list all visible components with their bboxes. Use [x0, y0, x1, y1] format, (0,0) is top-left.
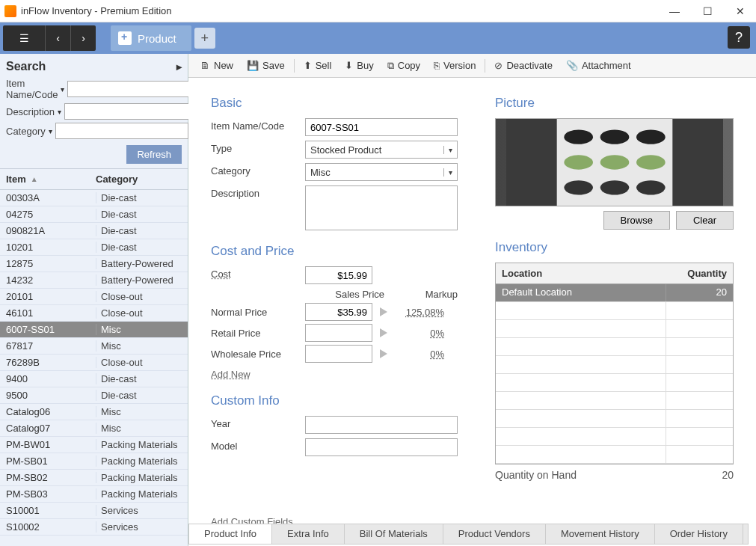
deactivate-button[interactable]: ⊘Deactivate: [488, 57, 558, 74]
chevron-down-icon[interactable]: ▾: [61, 85, 64, 93]
table-row[interactable]: [496, 320, 733, 338]
basic-name-label: Item Name/Code: [211, 118, 305, 132]
bottom-tab[interactable]: Movement History: [546, 524, 655, 544]
table-row[interactable]: [496, 446, 733, 464]
list-item[interactable]: 76289BClose-out: [0, 355, 188, 371]
add-new-price-link[interactable]: Add New: [211, 369, 251, 380]
list-item[interactable]: 6007-SS01Misc: [0, 322, 188, 338]
tab-product[interactable]: Product: [111, 25, 191, 51]
basic-desc-input[interactable]: [305, 185, 458, 230]
list-item[interactable]: 14232Battery-Powered: [0, 272, 188, 289]
list-item[interactable]: 46101Close-out: [0, 305, 188, 322]
copy-button[interactable]: ⧉Copy: [381, 57, 426, 75]
chevron-down-icon[interactable]: ▾: [49, 127, 52, 135]
close-icon[interactable]: ✕: [729, 2, 752, 20]
table-row[interactable]: [496, 428, 733, 446]
retail-markup[interactable]: 0%: [395, 328, 444, 339]
save-button[interactable]: 💾Save: [241, 57, 291, 74]
list-item[interactable]: Catalog07Misc: [0, 420, 188, 437]
table-row[interactable]: [496, 374, 733, 392]
normal-price-input[interactable]: [305, 303, 372, 321]
basic-category-select[interactable]: Misc▾: [305, 163, 458, 181]
inventory-qty-cell: [666, 410, 733, 427]
help-button[interactable]: ?: [728, 26, 750, 49]
search-desc-input[interactable]: [64, 103, 197, 120]
list-item[interactable]: PM-SB02Packing Materials: [0, 470, 188, 486]
list-item[interactable]: 12875Battery-Powered: [0, 256, 188, 272]
custom-year-input[interactable]: [305, 416, 458, 434]
list-item-code: 20101: [6, 291, 96, 302]
nav-back-icon[interactable]: ‹: [45, 25, 70, 51]
svg-point-2: [564, 130, 593, 144]
minimize-icon[interactable]: —: [663, 2, 686, 20]
cost-label[interactable]: Cost: [211, 266, 305, 280]
list-item[interactable]: PM-BW01Packing Materials: [0, 437, 188, 453]
sell-button[interactable]: ⬆Sell: [298, 57, 338, 74]
list-item[interactable]: S10002Services: [0, 519, 188, 536]
inventory-qty-cell: 20: [666, 284, 733, 301]
list-item[interactable]: 20101Close-out: [0, 289, 188, 305]
collapse-panel-icon[interactable]: ▸: [176, 61, 182, 73]
list-item-category: Misc: [96, 406, 182, 417]
browse-button[interactable]: Browse: [603, 211, 670, 230]
buy-button[interactable]: ⬇Buy: [339, 57, 379, 74]
list-item[interactable]: PM-SB03Packing Materials: [0, 486, 188, 503]
list-item[interactable]: 67817Misc: [0, 338, 188, 355]
list-item[interactable]: 090821ADie-cast: [0, 223, 188, 239]
list-item-code: Catalog06: [6, 406, 96, 417]
play-icon[interactable]: [380, 307, 387, 316]
list-item[interactable]: 9500Die-cast: [0, 387, 188, 404]
sunglasses-image: [506, 119, 723, 206]
bottom-tab[interactable]: Product Info: [189, 524, 272, 544]
hamburger-menu-icon[interactable]: ☰: [3, 25, 45, 51]
chevron-down-icon: ▾: [443, 146, 452, 154]
nav-forward-icon[interactable]: ›: [70, 25, 96, 51]
wholesale-price-input[interactable]: [305, 345, 372, 363]
column-item[interactable]: Item: [6, 174, 26, 185]
inventory-qty-cell: [666, 446, 733, 463]
new-button[interactable]: 🗎New: [194, 57, 239, 74]
basic-name-input[interactable]: [305, 118, 458, 136]
table-row[interactable]: [496, 356, 733, 374]
table-row[interactable]: [496, 392, 733, 410]
clear-button[interactable]: Clear: [676, 211, 734, 230]
list-item[interactable]: Catalog06Misc: [0, 404, 188, 420]
list-item[interactable]: PM-SB01Packing Materials: [0, 453, 188, 470]
bottom-tab[interactable]: Extra Info: [272, 524, 345, 544]
version-button[interactable]: ⎘Version: [428, 57, 482, 74]
list-item-code: 090821A: [6, 225, 96, 236]
list-item[interactable]: 00303ADie-cast: [0, 190, 188, 206]
bottom-tab[interactable]: Bill Of Materials: [345, 524, 443, 544]
sort-asc-icon[interactable]: ▲: [31, 175, 38, 183]
attachment-button[interactable]: 📎Attachment: [560, 57, 637, 74]
play-icon[interactable]: [380, 328, 387, 337]
table-row[interactable]: [496, 410, 733, 428]
list-item[interactable]: 9400Die-cast: [0, 371, 188, 387]
custom-model-input[interactable]: [305, 438, 458, 456]
inventory-location-header[interactable]: Location: [496, 263, 666, 283]
bottom-tab[interactable]: Product Vendors: [443, 524, 546, 544]
search-item-input[interactable]: [67, 81, 200, 97]
search-cat-input[interactable]: [55, 123, 188, 139]
cost-input[interactable]: [305, 266, 372, 284]
table-row[interactable]: [496, 338, 733, 356]
inventory-location-cell: Default Location: [496, 284, 666, 301]
play-icon[interactable]: [380, 349, 387, 358]
new-tab-button[interactable]: +: [194, 28, 215, 49]
column-category[interactable]: Category: [96, 174, 138, 185]
refresh-button[interactable]: Refresh: [126, 145, 182, 164]
inventory-quantity-header[interactable]: Quantity: [666, 263, 733, 283]
basic-type-select[interactable]: Stocked Product▾: [305, 141, 458, 159]
wholesale-markup[interactable]: 0%: [395, 349, 444, 360]
list-item[interactable]: S10001Services: [0, 503, 188, 519]
bottom-tab[interactable]: Order History: [655, 524, 743, 544]
maximize-icon[interactable]: ☐: [696, 2, 719, 20]
list-item[interactable]: 04275Die-cast: [0, 206, 188, 223]
table-row[interactable]: [496, 302, 733, 320]
list-item[interactable]: 10201Die-cast: [0, 239, 188, 256]
table-row[interactable]: Default Location20: [496, 284, 733, 302]
chevron-down-icon[interactable]: ▾: [58, 108, 61, 116]
normal-markup[interactable]: 125.08%: [395, 307, 444, 318]
custom-year-label: Year: [211, 416, 305, 429]
retail-price-input[interactable]: [305, 324, 372, 342]
